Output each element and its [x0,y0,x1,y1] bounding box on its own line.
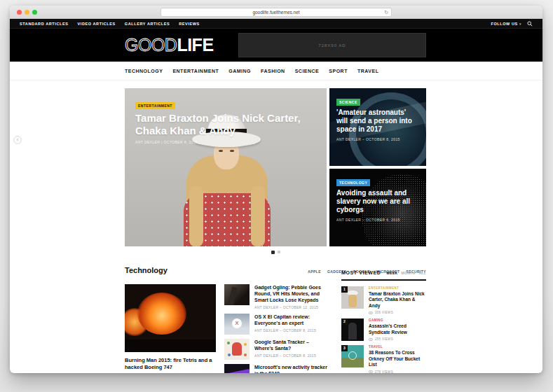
article-title[interactable]: Gadget Ogling: Pebble Goes Round, VR Hit… [254,284,327,303]
filter-apple[interactable]: APPLE [308,270,321,274]
technology-article-list: Gadget Ogling: Pebble Goes Round, VR Hit… [224,284,327,373]
article-thumbnail: 1 [341,286,364,309]
utilnav-standard-articles[interactable]: STANDARD ARTICLES [20,22,68,26]
hero-slider: ENTERTAINMENT Tamar Braxton Joins Nick C… [125,88,426,246]
article-thumbnail: X [224,314,250,335]
browser-titlebar: goodlife.fuelthemes.net ↻ [10,6,542,19]
tab-month[interactable]: MONTH [402,271,416,275]
category-badge[interactable]: ENTERTAINMENT [135,102,175,109]
main-nav: TECHNOLOGY ENTERTAINMENT GAMING FASHION … [10,62,542,80]
rank-badge: 3 [341,345,348,351]
category-label[interactable]: TRAVEL [369,345,426,349]
article-thumbnail: 3 [341,345,364,368]
most-viewed-header: MOST VIEWED WEEK MONTH ALL [341,270,426,281]
rank-badge: 2 [341,318,348,325]
utility-nav: STANDARD ARTICLES VIDEO ARTICLES GALLERY… [10,19,542,29]
list-item[interactable]: Microsoft's new activity tracker is the … [224,364,327,373]
article-thumbnail [224,284,250,305]
hero-science-article[interactable]: SCIENCE 'Amateur astronauts' will send a… [329,88,426,166]
article-title[interactable]: Burning Man 2015: fire Tetris and a hack… [125,357,216,371]
logo-bold-part: LIFE [177,35,213,55]
list-item[interactable]: Gadget Ogling: Pebble Goes Round, VR Hit… [224,284,327,309]
ad-banner[interactable]: 728X90 AD [238,33,426,57]
article-meta: ANT DEXLER – OCTOBER 8, 2015 [336,137,419,141]
nav-travel[interactable]: TRAVEL [357,69,378,74]
list-item[interactable]: X OS X El Capitan review: Everyone's an … [224,314,327,335]
most-viewed-tabs: WEEK MONTH ALL [386,271,426,275]
chevron-down-icon: ▾ [519,22,521,26]
category-label[interactable]: ENTERTAINMENT [369,286,426,290]
nav-technology[interactable]: TECHNOLOGY [125,69,163,74]
site-header: GOODLIFE 728X90 AD [10,29,542,62]
article-title[interactable]: Assassin's Creed Syndicate Review [369,323,426,335]
nav-sport[interactable]: SPORT [329,69,348,74]
article-title[interactable]: 38 Reasons To Cross Orkney Off Your Buck… [369,350,426,368]
article-thumbnail [224,339,250,360]
article-title[interactable]: 'Amateur astronauts' will send a person … [336,108,419,134]
article-thumbnail: 2 [341,318,364,341]
article-title[interactable]: Tamar Braxton Joins Nick Carter, Chaka K… [135,112,312,136]
ad-placeholder-label: 728X90 AD [318,43,346,48]
eye-icon [369,312,373,314]
rank-badge: 1 [341,286,348,293]
slider-pagination [125,251,426,254]
views-count: 306 VIEWS [369,311,426,314]
nav-fashion[interactable]: FASHION [261,69,285,74]
section-title: Technology [125,266,168,274]
category-badge[interactable]: TECHNOLOGY [336,179,370,186]
article-meta: ANT DEXLER | OCTOBER 8, 2015 [135,140,316,144]
close-window-button[interactable] [17,10,22,15]
hero-main-article[interactable]: ENTERTAINMENT Tamar Braxton Joins Nick C… [125,88,327,246]
reload-icon[interactable]: ↻ [384,8,388,16]
nav-gaming[interactable]: GAMING [228,69,251,74]
widget-title: MOST VIEWED [341,270,381,275]
tab-all[interactable]: ALL [418,271,426,275]
article-title[interactable]: Tamar Braxton Joins Nick Carter, Chaka K… [369,291,426,309]
utilnav-video-articles[interactable]: VIDEO ARTICLES [77,22,115,26]
minimize-window-button[interactable] [25,10,29,15]
search-icon[interactable] [527,21,533,27]
most-viewed-item[interactable]: 2 GAMING Assassin's Creed Syndicate Revi… [341,318,426,341]
slider-dot-active[interactable] [271,251,275,254]
follow-us-menu[interactable]: FOLLOW US▾ [491,22,521,26]
technology-feature-article[interactable]: Burning Man 2015: fire Tetris and a hack… [125,284,216,371]
address-bar[interactable]: goodlife.fuelthemes.net ↻ [161,8,392,17]
nav-entertainment[interactable]: ENTERTAINMENT [172,69,219,74]
article-title[interactable]: Microsoft's new activity tracker is the … [254,364,327,373]
article-meta: ANT DEXLER – OCTOBER 8, 2015 [254,328,327,332]
slider-prev-button[interactable]: ‹ [13,136,22,144]
most-viewed-widget: MOST VIEWED WEEK MONTH ALL 1 ENTERTAINME… [341,270,426,373]
eye-icon [369,338,373,341]
feature-photo [125,284,216,352]
article-thumbnail [224,364,250,373]
window-controls [17,10,37,15]
views-count: 278 VIEWS [369,370,426,373]
browser-window: goodlife.fuelthemes.net ↻ STANDARD ARTIC… [10,6,542,373]
article-title[interactable]: OS X El Capitan review: Everyone's an ex… [254,314,327,326]
zoom-window-button[interactable] [32,10,37,15]
article-meta: ANT DEXLER – OCTOBER 6, 2015 [336,218,419,222]
eye-icon [369,370,373,373]
site-logo[interactable]: GOODLIFE [125,36,214,54]
article-meta: ANT DEXLER – OCTOBER 12, 2015 [254,305,327,309]
article-title[interactable]: Avoiding assault and slavery now we are … [336,189,419,214]
url-text: goodlife.fuelthemes.net [252,10,299,15]
article-meta: ANT DEXLER – OCTOBER 8, 2015 [254,354,327,358]
slider-dot[interactable] [278,251,280,253]
views-count: 255 VIEWS [369,337,426,341]
most-viewed-item[interactable]: 3 TRAVEL 38 Reasons To Cross Orkney Off … [341,345,426,373]
list-item[interactable]: Google Santa Tracker – Where's Santa? AN… [224,339,327,360]
article-title[interactable]: Google Santa Tracker – Where's Santa? [254,339,327,351]
hero-technology-article[interactable]: TECHNOLOGY Avoiding assault and slavery … [329,169,426,246]
tab-week[interactable]: WEEK [386,271,397,275]
logo-thin-part: GOOD [125,35,177,55]
most-viewed-item[interactable]: 1 ENTERTAINMENT Tamar Braxton Joins Nick… [341,286,426,314]
category-badge[interactable]: SCIENCE [336,99,360,106]
utilnav-reviews[interactable]: REVIEWS [179,22,200,26]
utilnav-gallery-articles[interactable]: GALLERY ARTICLES [125,22,170,26]
category-label[interactable]: GAMING [369,318,426,322]
nav-science[interactable]: SCIENCE [295,69,320,74]
